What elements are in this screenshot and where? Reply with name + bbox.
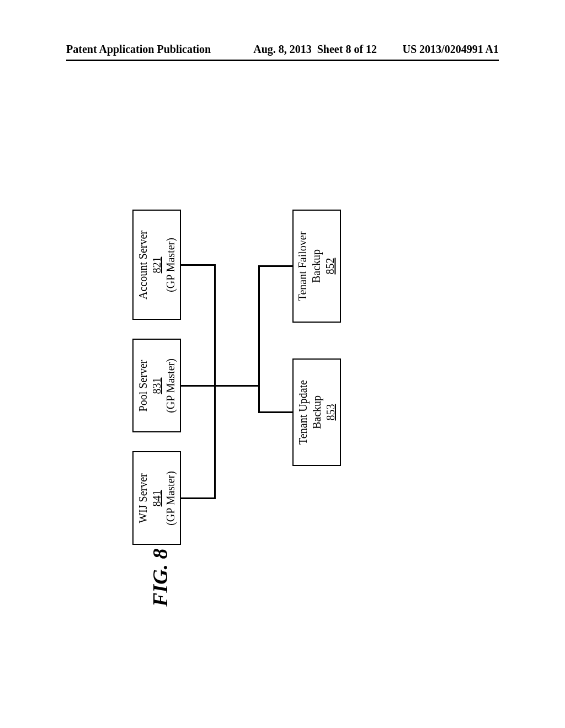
box-account-server: Account Server 821 (GP Master) [132,210,181,320]
update-line2: Backup [311,395,323,429]
box-wij-content: WIJ Server 841 (GP Master) [136,471,178,526]
wij-line3: (GP Master) [164,471,177,526]
box-update-content: Tenant Update Backup 853 [296,380,338,445]
pool-line1: Pool Server [137,360,149,411]
page-root: Patent Application Publication Aug. 8, 2… [0,0,565,728]
update-line1: Tenant Update [297,380,309,445]
conn-bridge [214,385,259,387]
figure-label: FIG. 8 [148,548,172,607]
box-tenant-failover: Tenant Failover Backup 852 [292,210,341,323]
failover-line1: Tenant Failover [297,232,309,301]
conn-failover-stub [258,265,292,267]
diagram-area: Account Server 821 (GP Master) Pool Serv… [0,0,565,728]
account-line3: (GP Master) [164,238,177,292]
box-account-content: Account Server 821 (GP Master) [136,231,178,299]
failover-line2: Backup [311,249,323,283]
conn-wij-stub [181,497,215,499]
box-pool-content: Pool Server 831 (GP Master) [136,358,178,413]
update-num: 853 [324,404,337,421]
conn-update-stub [258,411,292,413]
conn-right-bus [258,265,260,413]
box-pool-server: Pool Server 831 (GP Master) [132,339,181,432]
account-num: 821 [151,256,163,273]
pool-num: 831 [151,377,163,394]
failover-num: 852 [324,258,337,275]
conn-left-bus [214,264,216,499]
wij-line1: WIJ Server [137,473,149,523]
box-tenant-update: Tenant Update Backup 853 [292,358,341,466]
pool-line3: (GP Master) [164,358,177,413]
wij-num: 841 [151,490,163,506]
box-failover-content: Tenant Failover Backup 852 [296,232,338,301]
box-wij-server: WIJ Server 841 (GP Master) [132,451,181,545]
account-line1: Account Server [137,231,149,299]
conn-pool-stub [181,385,215,387]
conn-account-stub [181,264,215,266]
